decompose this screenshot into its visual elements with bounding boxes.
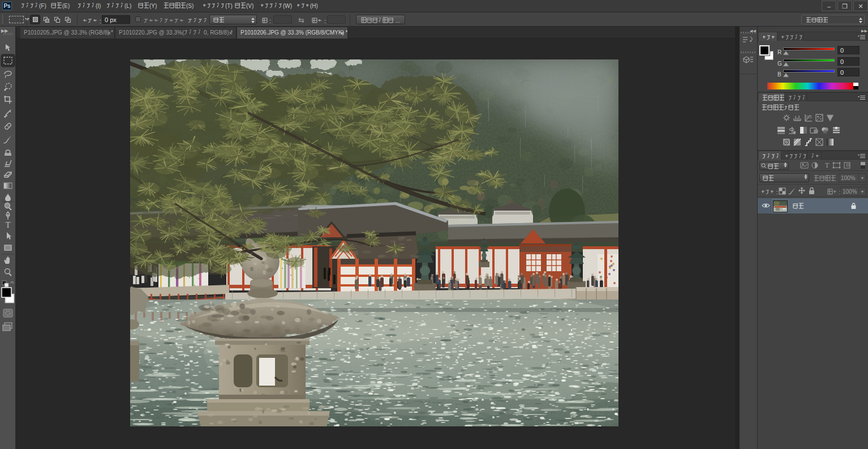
svg-text:T: T [825, 161, 830, 169]
svg-text:T: T [5, 220, 10, 229]
